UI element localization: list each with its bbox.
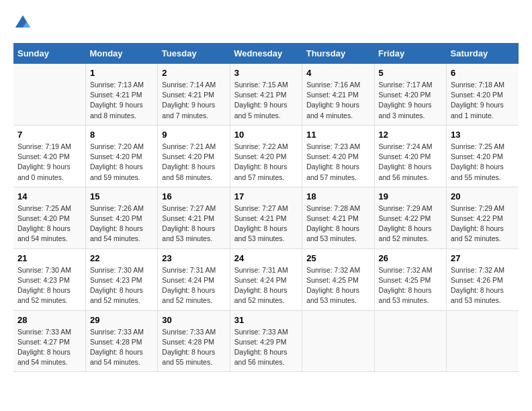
calendar-cell: 26 Sunrise: 7:32 AMSunset: 4:25 PMDaylig…	[374, 248, 446, 310]
day-number: 24	[234, 253, 298, 263]
day-number: 21	[17, 253, 81, 263]
day-number: 19	[379, 191, 442, 201]
page-header	[13, 13, 519, 32]
day-info: Sunrise: 7:24 AMSunset: 4:20 PMDaylight:…	[379, 142, 442, 183]
day-info: Sunrise: 7:28 AMSunset: 4:21 PMDaylight:…	[306, 203, 369, 244]
day-info: Sunrise: 7:31 AMSunset: 4:24 PMDaylight:…	[234, 265, 298, 306]
day-info: Sunrise: 7:16 AMSunset: 4:21 PMDaylight:…	[306, 80, 369, 121]
day-info: Sunrise: 7:26 AMSunset: 4:20 PMDaylight:…	[90, 203, 153, 244]
calendar-cell: 3 Sunrise: 7:15 AMSunset: 4:21 PMDayligh…	[230, 64, 302, 125]
day-number: 1	[90, 68, 153, 78]
weekday-header-friday: Friday	[374, 43, 446, 64]
day-number: 22	[90, 253, 153, 263]
calendar-table: SundayMondayTuesdayWednesdayThursdayFrid…	[13, 43, 519, 372]
day-number: 2	[162, 68, 225, 78]
day-number: 12	[379, 130, 442, 140]
day-number: 6	[451, 68, 515, 78]
day-info: Sunrise: 7:23 AMSunset: 4:20 PMDaylight:…	[306, 142, 369, 183]
calendar-cell: 16 Sunrise: 7:27 AMSunset: 4:21 PMDaylig…	[158, 187, 230, 248]
weekday-header-sunday: Sunday	[13, 43, 85, 64]
day-number: 4	[306, 68, 369, 78]
day-info: Sunrise: 7:25 AMSunset: 4:20 PMDaylight:…	[17, 203, 81, 244]
day-info: Sunrise: 7:21 AMSunset: 4:20 PMDaylight:…	[162, 142, 225, 183]
calendar-cell: 20 Sunrise: 7:29 AMSunset: 4:22 PMDaylig…	[447, 187, 519, 248]
day-number: 11	[306, 130, 369, 140]
weekday-header-saturday: Saturday	[447, 43, 519, 64]
calendar-cell: 1 Sunrise: 7:13 AMSunset: 4:21 PMDayligh…	[85, 64, 157, 125]
day-info: Sunrise: 7:27 AMSunset: 4:21 PMDaylight:…	[162, 203, 225, 244]
day-info: Sunrise: 7:33 AMSunset: 4:27 PMDaylight:…	[17, 327, 81, 368]
day-number: 28	[17, 315, 81, 325]
calendar-cell: 6 Sunrise: 7:18 AMSunset: 4:20 PMDayligh…	[447, 64, 519, 125]
day-number: 17	[234, 191, 298, 201]
calendar-cell: 25 Sunrise: 7:32 AMSunset: 4:25 PMDaylig…	[302, 248, 374, 310]
calendar-cell: 21 Sunrise: 7:30 AMSunset: 4:23 PMDaylig…	[13, 248, 85, 310]
day-number: 9	[162, 130, 225, 140]
day-number: 5	[379, 68, 442, 78]
day-info: Sunrise: 7:25 AMSunset: 4:20 PMDaylight:…	[451, 142, 515, 183]
calendar-cell: 19 Sunrise: 7:29 AMSunset: 4:22 PMDaylig…	[374, 187, 446, 248]
calendar-cell: 13 Sunrise: 7:25 AMSunset: 4:20 PMDaylig…	[447, 125, 519, 187]
calendar-week-row: 7 Sunrise: 7:19 AMSunset: 4:20 PMDayligh…	[13, 125, 519, 187]
day-info: Sunrise: 7:32 AMSunset: 4:26 PMDaylight:…	[451, 265, 515, 306]
day-info: Sunrise: 7:32 AMSunset: 4:25 PMDaylight:…	[306, 265, 369, 306]
calendar-cell: 8 Sunrise: 7:20 AMSunset: 4:20 PMDayligh…	[85, 125, 157, 187]
day-info: Sunrise: 7:30 AMSunset: 4:23 PMDaylight:…	[17, 265, 81, 306]
calendar-cell: 31 Sunrise: 7:33 AMSunset: 4:29 PMDaylig…	[230, 310, 302, 372]
day-number: 8	[90, 130, 153, 140]
calendar-cell: 7 Sunrise: 7:19 AMSunset: 4:20 PMDayligh…	[13, 125, 85, 187]
day-number: 16	[162, 191, 225, 201]
day-number: 27	[451, 253, 515, 263]
calendar-cell: 22 Sunrise: 7:30 AMSunset: 4:23 PMDaylig…	[85, 248, 157, 310]
day-info: Sunrise: 7:27 AMSunset: 4:21 PMDaylight:…	[234, 203, 298, 244]
day-info: Sunrise: 7:33 AMSunset: 4:28 PMDaylight:…	[162, 327, 225, 368]
calendar-cell	[13, 64, 85, 125]
weekday-header-row: SundayMondayTuesdayWednesdayThursdayFrid…	[13, 43, 519, 64]
day-number: 29	[90, 315, 153, 325]
calendar-week-row: 21 Sunrise: 7:30 AMSunset: 4:23 PMDaylig…	[13, 248, 519, 310]
calendar-cell: 18 Sunrise: 7:28 AMSunset: 4:21 PMDaylig…	[302, 187, 374, 248]
day-number: 3	[234, 68, 298, 78]
day-number: 30	[162, 315, 225, 325]
calendar-cell: 29 Sunrise: 7:33 AMSunset: 4:28 PMDaylig…	[85, 310, 157, 372]
calendar-week-row: 14 Sunrise: 7:25 AMSunset: 4:20 PMDaylig…	[13, 187, 519, 248]
calendar-cell: 24 Sunrise: 7:31 AMSunset: 4:24 PMDaylig…	[230, 248, 302, 310]
day-number: 10	[234, 130, 298, 140]
day-info: Sunrise: 7:22 AMSunset: 4:20 PMDaylight:…	[234, 142, 298, 183]
day-number: 25	[306, 253, 369, 263]
calendar-cell	[447, 310, 519, 372]
day-number: 14	[17, 191, 81, 201]
day-info: Sunrise: 7:17 AMSunset: 4:20 PMDaylight:…	[379, 80, 442, 121]
day-number: 18	[306, 191, 369, 201]
day-info: Sunrise: 7:20 AMSunset: 4:20 PMDaylight:…	[90, 142, 153, 183]
day-info: Sunrise: 7:33 AMSunset: 4:28 PMDaylight:…	[90, 327, 153, 368]
calendar-cell: 23 Sunrise: 7:31 AMSunset: 4:24 PMDaylig…	[158, 248, 230, 310]
day-number: 15	[90, 191, 153, 201]
day-info: Sunrise: 7:13 AMSunset: 4:21 PMDaylight:…	[90, 80, 153, 121]
calendar-cell: 2 Sunrise: 7:14 AMSunset: 4:21 PMDayligh…	[158, 64, 230, 125]
calendar-week-row: 1 Sunrise: 7:13 AMSunset: 4:21 PMDayligh…	[13, 64, 519, 125]
day-info: Sunrise: 7:19 AMSunset: 4:20 PMDaylight:…	[17, 142, 81, 183]
weekday-header-wednesday: Wednesday	[230, 43, 302, 64]
logo	[13, 13, 35, 32]
day-info: Sunrise: 7:14 AMSunset: 4:21 PMDaylight:…	[162, 80, 225, 121]
day-info: Sunrise: 7:33 AMSunset: 4:29 PMDaylight:…	[234, 327, 298, 368]
calendar-cell: 15 Sunrise: 7:26 AMSunset: 4:20 PMDaylig…	[85, 187, 157, 248]
day-number: 13	[451, 130, 515, 140]
calendar-cell	[374, 310, 446, 372]
day-info: Sunrise: 7:30 AMSunset: 4:23 PMDaylight:…	[90, 265, 153, 306]
day-info: Sunrise: 7:29 AMSunset: 4:22 PMDaylight:…	[379, 203, 442, 244]
calendar-cell: 14 Sunrise: 7:25 AMSunset: 4:20 PMDaylig…	[13, 187, 85, 248]
day-info: Sunrise: 7:31 AMSunset: 4:24 PMDaylight:…	[162, 265, 225, 306]
calendar-cell: 4 Sunrise: 7:16 AMSunset: 4:21 PMDayligh…	[302, 64, 374, 125]
calendar-cell: 10 Sunrise: 7:22 AMSunset: 4:20 PMDaylig…	[230, 125, 302, 187]
calendar-cell: 11 Sunrise: 7:23 AMSunset: 4:20 PMDaylig…	[302, 125, 374, 187]
day-number: 31	[234, 315, 298, 325]
day-number: 26	[379, 253, 442, 263]
calendar-week-row: 28 Sunrise: 7:33 AMSunset: 4:27 PMDaylig…	[13, 310, 519, 372]
day-info: Sunrise: 7:18 AMSunset: 4:20 PMDaylight:…	[451, 80, 515, 121]
weekday-header-thursday: Thursday	[302, 43, 374, 64]
calendar-cell: 28 Sunrise: 7:33 AMSunset: 4:27 PMDaylig…	[13, 310, 85, 372]
calendar-cell: 27 Sunrise: 7:32 AMSunset: 4:26 PMDaylig…	[447, 248, 519, 310]
day-number: 20	[451, 191, 515, 201]
